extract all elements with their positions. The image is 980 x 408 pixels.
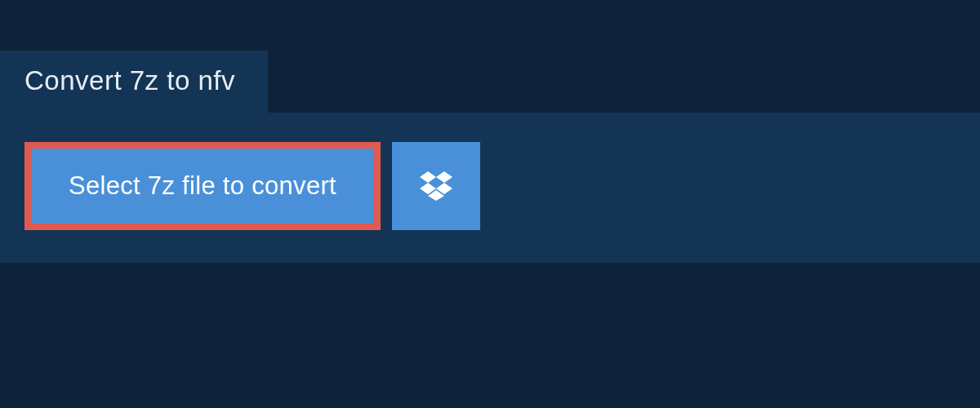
svg-marker-0 [420,171,436,183]
dropbox-button[interactable] [392,142,480,230]
dropbox-icon [420,171,452,201]
select-file-label: Select 7z file to convert [69,171,336,201]
svg-marker-1 [436,171,452,183]
convert-panel: Select 7z file to convert [0,113,980,263]
tab-bar: Convert 7z to nfv [0,0,980,113]
select-file-button[interactable]: Select 7z file to convert [24,142,381,230]
tab-label: Convert 7z to nfv [24,65,235,95]
tab-convert[interactable]: Convert 7z to nfv [0,51,268,113]
